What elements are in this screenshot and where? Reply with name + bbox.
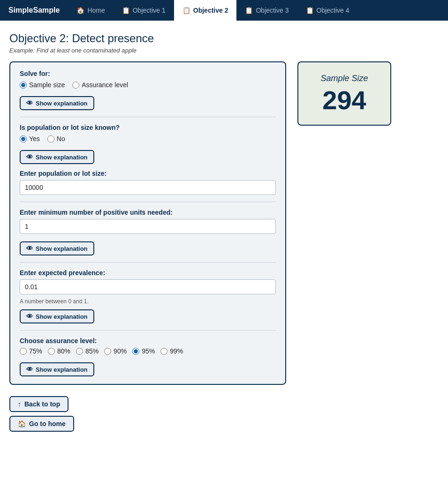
nav-tab-obj3-label: Objective 3 xyxy=(256,7,289,14)
nav-tab-obj3[interactable]: 📋 Objective 3 xyxy=(236,0,297,21)
prevalence-label: Enter expected prevalence: xyxy=(20,269,276,277)
nav-tab-home[interactable]: 🏠 Home xyxy=(68,0,113,21)
nav-tab-obj2[interactable]: 📋 Objective 2 xyxy=(174,0,237,21)
positive-units-input[interactable] xyxy=(20,219,276,234)
obj3-nav-icon: 📋 xyxy=(245,7,253,14)
population-field-input[interactable] xyxy=(20,180,276,195)
page-title-normal: : Detect presence xyxy=(66,32,154,45)
population-no-option[interactable]: No xyxy=(47,135,65,142)
population-no-label: No xyxy=(57,135,65,142)
positive-units-explanation-label: Show explanation xyxy=(36,245,88,252)
population-explanation-label: Show explanation xyxy=(36,154,88,161)
positive-units-explanation-button[interactable]: 👁 Show explanation xyxy=(20,241,94,255)
solve-for-section: Solve for: Sample size Assurance level 👁… xyxy=(20,70,276,117)
solve-sample-size-label: Sample size xyxy=(29,81,65,89)
population-explanation-button[interactable]: 👁 Show explanation xyxy=(20,150,94,164)
solve-for-radio-group: Sample size Assurance level xyxy=(20,81,276,89)
assurance-75-radio[interactable] xyxy=(20,348,27,355)
assurance-radio-group: 75% 80% 85% 90% xyxy=(20,347,276,355)
nav-tab-obj4-label: Objective 4 xyxy=(317,7,349,14)
assurance-80-radio[interactable] xyxy=(48,348,55,355)
assurance-95-label: 95% xyxy=(142,347,155,355)
nav-tab-home-label: Home xyxy=(87,7,105,14)
obj1-nav-icon: 📋 xyxy=(122,7,130,14)
population-field-label: Enter population or lot size: xyxy=(20,170,276,177)
sample-size-card: Sample Size 294 xyxy=(297,61,391,126)
main-row: Solve for: Sample size Assurance level 👁… xyxy=(9,61,439,385)
nav-tab-obj1[interactable]: 📋 Objective 1 xyxy=(114,0,174,21)
population-yes-label: Yes xyxy=(29,135,40,142)
prevalence-section: Enter expected prevalence: A number betw… xyxy=(20,269,276,330)
assurance-75-label: 75% xyxy=(29,347,42,355)
population-known-label: Is population or lot size known? xyxy=(20,124,276,131)
prevalence-hint: A number between 0 and 1. xyxy=(20,298,276,305)
obj2-nav-icon: 📋 xyxy=(182,7,190,14)
assurance-85-label: 85% xyxy=(85,347,99,355)
population-yes-radio[interactable] xyxy=(20,135,27,142)
population-yes-option[interactable]: Yes xyxy=(20,135,40,142)
assurance-75-option[interactable]: 75% xyxy=(20,347,42,355)
eye-icon-2: 👁 xyxy=(26,153,33,161)
positive-units-section: Enter minimum number of positive units n… xyxy=(20,209,276,262)
solve-sample-size-option[interactable]: Sample size xyxy=(20,81,65,89)
assurance-99-label: 99% xyxy=(170,347,183,355)
sample-size-card-label: Sample Size xyxy=(315,74,373,83)
assurance-explanation-button[interactable]: 👁 Show explanation xyxy=(20,362,94,376)
nav-tab-obj2-label: Objective 2 xyxy=(193,7,228,14)
solve-for-explanation-button[interactable]: 👁 Show explanation xyxy=(20,96,94,110)
assurance-80-label: 80% xyxy=(57,347,70,355)
assurance-90-label: 90% xyxy=(114,347,127,355)
nav-tab-obj4[interactable]: 📋 Objective 4 xyxy=(297,0,358,21)
population-section: Is population or lot size known? Yes No … xyxy=(20,124,276,202)
assurance-section: Choose assurance level: 75% 80% 85% xyxy=(20,337,276,376)
eye-icon-4: 👁 xyxy=(26,313,33,320)
left-panel: Solve for: Sample size Assurance level 👁… xyxy=(9,61,286,385)
assurance-85-radio[interactable] xyxy=(76,348,83,355)
solve-assurance-radio[interactable] xyxy=(72,82,79,89)
assurance-95-option[interactable]: 95% xyxy=(132,347,155,355)
page-title-bold: Objective 2 xyxy=(9,32,66,45)
up-arrow-icon: ↑ xyxy=(18,400,21,408)
solve-sample-size-radio[interactable] xyxy=(20,82,27,89)
assurance-label: Choose assurance level: xyxy=(20,337,276,345)
solve-for-explanation-label: Show explanation xyxy=(36,100,88,107)
solve-assurance-label: Assurance level xyxy=(82,81,128,89)
back-to-top-label: Back to top xyxy=(24,400,60,408)
obj4-nav-icon: 📋 xyxy=(306,7,314,14)
population-radio-group: Yes No xyxy=(20,135,276,142)
prevalence-explanation-label: Show explanation xyxy=(36,313,88,320)
page-title: Objective 2: Detect presence xyxy=(9,32,439,45)
page-content: Objective 2: Detect presence Example: Fi… xyxy=(0,21,448,441)
assurance-85-option[interactable]: 85% xyxy=(76,347,99,355)
assurance-explanation-label: Show explanation xyxy=(36,366,88,373)
assurance-99-option[interactable]: 99% xyxy=(160,347,183,355)
home-icon: 🏠 xyxy=(18,420,26,428)
nav-tab-obj1-label: Objective 1 xyxy=(133,7,166,14)
solve-assurance-option[interactable]: Assurance level xyxy=(72,81,128,89)
positive-units-label: Enter minimum number of positive units n… xyxy=(20,209,276,216)
go-to-home-button[interactable]: 🏠 Go to home xyxy=(9,416,74,432)
eye-icon-5: 👁 xyxy=(26,366,33,373)
eye-icon-3: 👁 xyxy=(26,245,33,252)
assurance-80-option[interactable]: 80% xyxy=(48,347,70,355)
assurance-90-radio[interactable] xyxy=(104,348,111,355)
bottom-buttons: ↑ Back to top 🏠 Go to home xyxy=(9,396,439,432)
go-to-home-label: Go to home xyxy=(29,420,66,428)
page-subtitle: Example: Find at least one contaminated … xyxy=(9,47,439,54)
population-no-radio[interactable] xyxy=(47,135,54,142)
assurance-99-radio[interactable] xyxy=(160,348,167,355)
brand-logo: SimpleSample xyxy=(0,0,68,21)
back-to-top-button[interactable]: ↑ Back to top xyxy=(9,396,68,412)
assurance-90-option[interactable]: 90% xyxy=(104,347,127,355)
home-nav-icon: 🏠 xyxy=(76,7,84,14)
sample-size-card-value: 294 xyxy=(315,87,373,113)
solve-for-label: Solve for: xyxy=(20,70,276,77)
assurance-95-radio[interactable] xyxy=(132,348,139,355)
prevalence-explanation-button[interactable]: 👁 Show explanation xyxy=(20,309,94,323)
eye-icon-1: 👁 xyxy=(26,99,33,107)
navbar: SimpleSample 🏠 Home 📋 Objective 1 📋 Obje… xyxy=(0,0,448,21)
prevalence-input[interactable] xyxy=(20,279,276,294)
